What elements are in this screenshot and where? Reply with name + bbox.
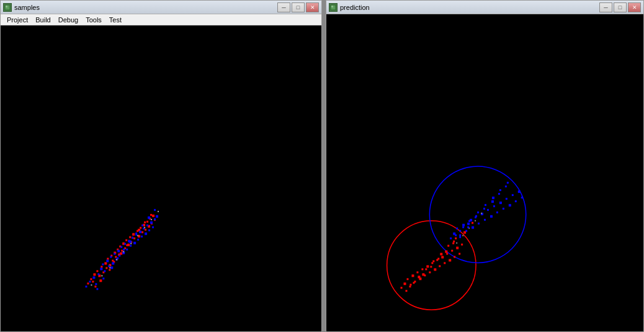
svg-rect-150 [455,238,457,240]
svg-rect-63 [112,262,114,264]
samples-close-button[interactable]: ✕ [306,2,319,12]
svg-rect-160 [478,223,480,225]
svg-rect-140 [430,266,432,267]
svg-rect-177 [470,219,472,222]
samples-maximize-button[interactable]: □ [292,2,305,12]
menu-test[interactable]: Test [105,16,125,24]
svg-rect-127 [439,265,441,267]
svg-rect-144 [409,284,411,285]
svg-rect-125 [434,268,436,271]
svg-rect-67 [119,255,120,257]
prediction-titlebar: prediction ─ □ ✕ [326,1,643,14]
svg-rect-43 [99,279,102,282]
svg-rect-186 [483,208,485,210]
svg-rect-36 [146,221,148,223]
svg-rect-168 [503,208,504,210]
prediction-maximize-button[interactable]: □ [614,2,627,12]
menu-build[interactable]: Build [32,16,54,24]
svg-rect-70 [124,243,126,245]
svg-rect-138 [413,282,414,284]
svg-rect-3 [90,278,92,280]
svg-rect-86 [154,218,156,220]
svg-rect-145 [418,276,420,278]
svg-rect-195 [453,241,455,243]
svg-rect-82 [146,225,148,227]
svg-rect-133 [454,256,455,258]
svg-rect-109 [331,6,333,7]
samples-title: samples [14,4,277,11]
svg-rect-55 [95,283,97,285]
samples-window-icon [3,3,12,12]
svg-rect-98 [91,284,92,285]
svg-rect-196 [459,236,461,238]
svg-rect-153 [456,228,458,230]
svg-rect-171 [512,194,514,196]
svg-rect-52 [85,285,87,287]
samples-titlebar: samples ─ □ ✕ [1,1,321,14]
svg-rect-12 [107,258,109,260]
svg-rect-106 [151,219,152,220]
svg-rect-85 [152,227,154,228]
svg-rect-146 [425,268,427,270]
svg-rect-32 [140,227,141,229]
svg-rect-46 [120,253,122,255]
samples-window-controls: ─ □ ✕ [277,2,319,12]
svg-rect-120 [421,268,423,270]
svg-rect-124 [431,262,433,264]
svg-rect-107 [158,211,159,212]
svg-rect-53 [89,280,91,282]
svg-rect-123 [429,271,431,273]
svg-rect-185 [475,215,477,217]
svg-rect-77 [137,239,139,241]
svg-rect-101 [116,259,117,260]
svg-rect-88 [96,288,98,290]
svg-rect-112 [401,287,403,289]
svg-rect-5 [92,280,94,282]
svg-rect-29 [133,238,135,240]
svg-rect-179 [485,204,486,206]
prediction-close-button[interactable]: ✕ [628,2,641,12]
svg-rect-182 [507,182,509,184]
svg-rect-73 [130,245,132,247]
svg-rect-78 [139,231,141,233]
prediction-window: prediction ─ □ ✕ [326,0,644,332]
svg-rect-136 [461,244,463,246]
svg-rect-17 [115,256,117,258]
svg-rect-51 [150,214,152,216]
menu-project[interactable]: Project [3,16,32,24]
svg-rect-191 [462,235,463,236]
svg-rect-71 [126,249,128,251]
svg-rect-173 [518,191,521,193]
svg-rect-134 [456,247,458,249]
svg-rect-130 [446,253,448,254]
menu-tools[interactable]: Tools [82,16,105,24]
svg-rect-148 [440,253,442,255]
prediction-canvas [326,14,643,331]
svg-rect-92 [123,249,125,251]
svg-rect-135 [458,253,460,254]
menu-debug[interactable]: Debug [55,16,82,24]
svg-rect-8 [101,266,102,267]
svg-rect-164 [490,215,493,218]
prediction-scatter-plot [326,14,643,331]
svg-rect-174 [521,197,523,199]
svg-rect-90 [110,266,113,269]
svg-rect-190 [456,243,457,244]
svg-rect-57 [100,267,102,270]
svg-rect-166 [496,212,498,213]
svg-rect-188 [498,193,500,195]
samples-minimize-button[interactable]: ─ [277,2,290,12]
svg-rect-183 [459,230,461,232]
svg-point-110 [387,221,476,310]
svg-rect-61 [108,265,110,267]
prediction-minimize-button[interactable]: ─ [599,2,612,12]
svg-rect-10 [104,262,107,264]
svg-rect-167 [499,202,502,204]
svg-rect-154 [459,235,461,236]
svg-rect-100 [109,267,110,268]
svg-rect-50 [144,222,146,223]
samples-window: samples ─ □ ✕ Project Build Debug Tools … [0,0,322,332]
svg-rect-62 [110,256,112,258]
svg-rect-105 [144,227,145,228]
svg-rect-189 [505,186,507,187]
